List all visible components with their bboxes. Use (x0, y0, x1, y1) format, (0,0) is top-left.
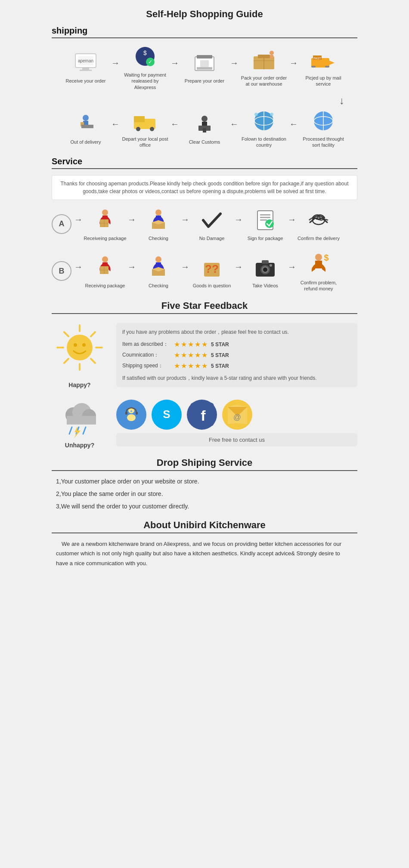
facebook-icon: f (187, 400, 217, 430)
feedback-title: Five Star Feedback (52, 300, 357, 314)
flow-item-3: Prepare your order (181, 50, 228, 84)
badge-b: B (52, 261, 71, 281)
flow-icon-5: FAST (308, 47, 338, 73)
flow-item-10: Processed throught sort facility (300, 108, 347, 148)
stars-1: ★★★★★ (174, 340, 208, 348)
svg-rect-32 (134, 116, 145, 122)
svg-point-45 (102, 209, 108, 215)
flow-item-2: $ ✓ Waiting for payment realeased by Ali… (121, 44, 169, 90)
about-section: About Unibird Kitchenware We are a newbo… (52, 520, 357, 568)
flow-icon-1: apeman (71, 50, 101, 76)
feedback-msg: if you have any problems about the order… (122, 328, 351, 336)
svc-a-3: No Damage (190, 206, 233, 241)
svc-icon-a1 (91, 206, 119, 234)
svg-line-86 (91, 332, 95, 336)
contact-label: Free free to contact us (209, 437, 265, 443)
svg-rect-103 (136, 412, 138, 415)
cloud-rain-icon (52, 397, 108, 442)
shipping-row-1: apeman Receive your order → $ ✓ (52, 44, 357, 90)
svg-point-101 (127, 414, 136, 421)
contact-wrapper: S f (116, 400, 357, 446)
arrow-3: → (230, 58, 239, 68)
svg-rect-36 (203, 128, 206, 132)
svg-rect-21 (311, 66, 316, 68)
flow-label-6: Out of delivery (71, 139, 101, 145)
svg-point-17 (270, 51, 274, 55)
svg-marker-20 (329, 61, 335, 65)
flow-item-7: Depart your local post office (121, 108, 169, 148)
svg-rect-18 (270, 55, 273, 58)
svg-rect-102 (125, 412, 127, 415)
arrow-4: → (289, 58, 298, 68)
svg-point-89 (74, 343, 77, 347)
flow-item-8: Clear Customs (181, 111, 228, 145)
arrow-2: → (170, 58, 179, 68)
arrow-a3: → (234, 215, 243, 225)
svc-b-2: Checking (137, 253, 180, 289)
svg-rect-55 (260, 214, 270, 215)
arrow-b0: → (74, 262, 83, 272)
flow-icon-2: $ ✓ (130, 44, 160, 70)
svg-rect-94 (67, 416, 96, 425)
svc-a-5: Confirm the delivery (297, 206, 340, 241)
feedback-row-2: Coumnication： ★★★★★ 5 STAR (122, 351, 351, 359)
svc-icon-a4 (251, 206, 279, 234)
svg-point-25 (83, 115, 89, 121)
svg-text:@: @ (233, 413, 241, 422)
flow-icon-10 (308, 108, 338, 134)
svg-text:FAST: FAST (313, 57, 321, 60)
flow-item-1: apeman Receive your order (62, 50, 109, 84)
svc-label-b2: Checking (149, 283, 168, 289)
svc-label-b1: Receiving package (85, 283, 125, 289)
about-title: About Unibird Kitchenware (52, 520, 357, 533)
svg-line-95 (69, 427, 72, 434)
stars-3: ★★★★★ (174, 362, 208, 370)
svc-a-1: Receiveing package (84, 206, 127, 241)
arrow-l1: ← (111, 119, 120, 129)
svc-label-a3: No Damage (199, 235, 225, 241)
svg-text:apeman: apeman (77, 58, 93, 63)
svg-point-65 (155, 256, 161, 262)
flow-icon-4 (249, 47, 279, 73)
arrow-a1: → (127, 215, 136, 225)
feedback-row-1: Item as described： ★★★★★ 5 STAR (122, 340, 351, 348)
arrow-a0: → (74, 215, 83, 225)
unhappy-container: Unhappy? (52, 397, 357, 449)
svg-text:$: $ (143, 49, 147, 56)
shipping-section: shipping apeman Receive your order → (52, 26, 357, 148)
drop-title: Drop Shiping Service (52, 457, 357, 471)
svg-line-85 (91, 359, 95, 363)
svg-rect-12 (197, 67, 212, 70)
drop-item-1: 1,Your customer place order on your webs… (56, 477, 353, 486)
flow-label-1: Receive your order (66, 78, 106, 84)
drop-item-2: 2,You place the same order in our store. (56, 489, 353, 499)
star-count-3: 5 STAR (211, 363, 229, 369)
svc-label-a1: Receiveing package (84, 235, 126, 241)
flow-label-2: Waiting for payment realeased by Aliexpr… (121, 72, 169, 90)
svc-icon-b4 (251, 253, 279, 281)
svg-rect-11 (200, 60, 209, 67)
arrow-down: ↓ (52, 95, 357, 107)
shipping-header: shipping (52, 26, 357, 38)
svg-point-60 (102, 256, 108, 262)
main-title: Self-Help Shopping Guide (52, 9, 357, 20)
svg-point-75 (263, 268, 267, 272)
svc-label-a5: Confirm the delivery (297, 235, 340, 241)
svc-label-b3: Goods in question (193, 283, 231, 289)
rating-label-1: Item as described： (122, 341, 174, 348)
svg-point-77 (315, 254, 322, 261)
service-note: Thanks for choosing apeman products.Plea… (52, 175, 357, 200)
flow-item-9: Folown to destination country (240, 108, 288, 148)
flow-icon-9 (249, 108, 279, 134)
star-count-2: 5 STAR (211, 352, 229, 358)
happy-container: Happy? if you have any problems about th… (52, 322, 357, 388)
svc-icon-b3: ?? (198, 253, 226, 281)
rating-label-3: Shipping speed： (122, 362, 174, 369)
svg-point-30 (136, 127, 140, 131)
svc-label-b4: Take Videos (252, 283, 278, 289)
svg-marker-98 (74, 426, 81, 438)
arrow-b1: → (127, 262, 136, 272)
arrow-b4: → (288, 262, 296, 272)
svg-point-33 (201, 116, 208, 122)
arrow-b2: → (181, 262, 189, 272)
